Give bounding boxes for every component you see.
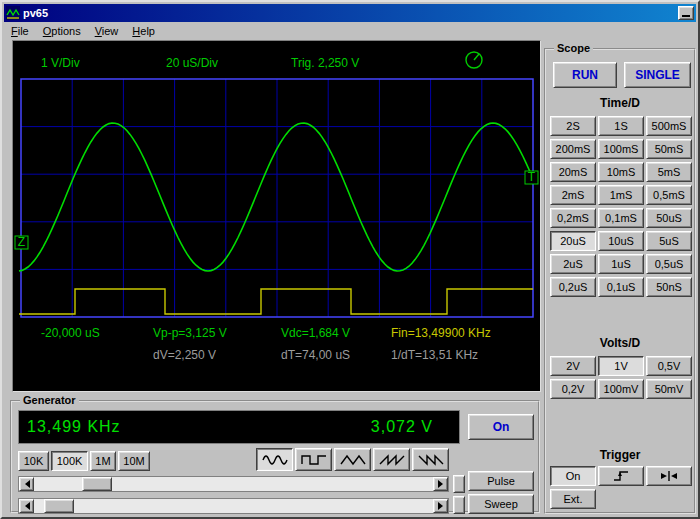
menu-options[interactable]: Options: [36, 23, 88, 39]
time-per-div-grid: 2S 1S 500mS 200mS 100mS 50mS 20mS 10mS 5…: [550, 116, 692, 297]
generator-group: Generator 13,499 KHz 3,072 V On 10K 100K…: [10, 400, 540, 513]
dt-readout: dT=74,00 uS: [281, 348, 350, 362]
sine-wave-trace: [19, 123, 532, 271]
volts-button-0-2v[interactable]: 0,2V: [550, 379, 596, 399]
time-per-div-section-label: Time/D: [546, 96, 694, 110]
svg-text:Z: Z: [18, 235, 25, 249]
waveform-sawtooth-down-button[interactable]: [412, 448, 449, 471]
range-button-1m[interactable]: 1M: [90, 451, 116, 471]
time-button-1ms[interactable]: 1mS: [598, 185, 644, 205]
run-button[interactable]: RUN: [553, 62, 617, 88]
time-button-0-5ms[interactable]: 0,5mS: [646, 185, 692, 205]
dv-readout: dV=2,250 V: [153, 348, 216, 362]
trigger-position-icon: [659, 469, 679, 483]
range-button-10m[interactable]: 10M: [118, 451, 150, 471]
menu-bar: File Options View Help: [4, 22, 696, 39]
pulse-button[interactable]: Pulse: [468, 471, 534, 491]
app-window: pv65 File Options View Help 1 V/Div 20 u…: [0, 0, 700, 519]
generator-display: 13,499 KHz 3,072 V: [18, 410, 460, 444]
time-per-div-label: 20 uS/Div: [166, 56, 218, 70]
frequency-fine-adjust-button[interactable]: [453, 475, 465, 493]
volts-button-100mv[interactable]: 100mV: [598, 379, 644, 399]
range-button-row: 10K 100K 1M 10M: [18, 451, 150, 471]
frequency-slider-left-arrow[interactable]: [19, 477, 34, 491]
waveform-sawtooth-up-button[interactable]: [373, 448, 410, 471]
generator-on-button[interactable]: On: [468, 414, 534, 440]
trigger-slope-button[interactable]: [598, 466, 644, 486]
menu-view[interactable]: View: [88, 23, 126, 39]
sweep-button[interactable]: Sweep: [468, 494, 534, 514]
menu-file[interactable]: File: [4, 23, 36, 39]
trigger-position-button[interactable]: [646, 466, 692, 486]
volts-button-0-5v[interactable]: 0,5V: [646, 356, 692, 376]
time-button-20ms[interactable]: 20mS: [550, 162, 596, 182]
waveform-sine-button[interactable]: [256, 448, 293, 471]
scope-group-label: Scope: [554, 42, 593, 54]
vpp-readout: Vp-p=3,125 V: [153, 326, 227, 340]
minimize-button[interactable]: [678, 6, 694, 20]
amplitude-fine-adjust-button[interactable]: [453, 496, 465, 514]
time-button-0-1ms[interactable]: 0,1mS: [598, 208, 644, 228]
time-button-0-1us[interactable]: 0,1uS: [598, 277, 644, 297]
time-button-10ms[interactable]: 10mS: [598, 162, 644, 182]
time-button-2us[interactable]: 2uS: [550, 254, 596, 274]
amplitude-slider-thumb[interactable]: [44, 499, 74, 513]
app-icon: [6, 6, 20, 20]
volts-button-1v[interactable]: 1V: [598, 356, 644, 376]
sawtooth-up-icon: [379, 454, 405, 466]
fin-readout: Fin=13,49900 KHz: [391, 326, 491, 340]
time-button-50ms[interactable]: 50mS: [646, 139, 692, 159]
time-button-1s[interactable]: 1S: [598, 116, 644, 136]
sine-icon: [262, 454, 288, 466]
graticule: [21, 79, 533, 317]
left-arrow-icon: [21, 480, 30, 488]
trigger-marker[interactable]: T: [525, 170, 538, 184]
trigger-ext-button[interactable]: Ext.: [550, 489, 596, 509]
right-arrow-icon: [438, 502, 447, 510]
zero-marker[interactable]: Z: [15, 235, 28, 249]
waveform-triangle-button[interactable]: [334, 448, 371, 471]
time-button-0-5us[interactable]: 0,5uS: [646, 254, 692, 274]
triangle-icon: [340, 454, 366, 466]
amplitude-slider[interactable]: [18, 498, 449, 514]
waveform-square-button[interactable]: [295, 448, 332, 471]
trigger-section-label: Trigger: [546, 448, 694, 462]
time-button-200ms[interactable]: 200mS: [550, 139, 596, 159]
time-button-50us[interactable]: 50uS: [646, 208, 692, 228]
svg-text:T: T: [528, 170, 536, 184]
amplitude-slider-right-arrow[interactable]: [433, 499, 448, 513]
time-button-0-2us[interactable]: 0,2uS: [550, 277, 596, 297]
volts-per-div-grid: 2V 1V 0,5V 0,2V 100mV 50mV: [550, 356, 692, 399]
range-button-100k[interactable]: 100K: [51, 451, 88, 471]
time-button-2s[interactable]: 2S: [550, 116, 596, 136]
time-button-500ms[interactable]: 500mS: [646, 116, 692, 136]
time-button-2ms[interactable]: 2mS: [550, 185, 596, 205]
time-button-10us[interactable]: 10uS: [598, 231, 644, 251]
amplitude-slider-left-arrow[interactable]: [19, 499, 34, 513]
time-button-5us[interactable]: 5uS: [646, 231, 692, 251]
window-title: pv65: [23, 7, 678, 19]
time-button-50ns[interactable]: 50nS: [646, 277, 692, 297]
frequency-slider[interactable]: [18, 476, 449, 492]
frequency-slider-thumb[interactable]: [82, 477, 112, 491]
time-button-0-2ms[interactable]: 0,2mS: [550, 208, 596, 228]
volts-button-2v[interactable]: 2V: [550, 356, 596, 376]
clock-icon: [466, 52, 482, 68]
waveform-button-row: [256, 448, 449, 471]
scope-control-group: Scope RUN SINGLE Time/D 2S 1S 500mS 200m…: [544, 48, 696, 514]
time-button-5ms[interactable]: 5mS: [646, 162, 692, 182]
square-wave-trace: [19, 289, 533, 314]
title-bar: pv65: [4, 4, 696, 22]
volts-per-div-label: 1 V/Div: [41, 56, 80, 70]
generator-amplitude-readout: 3,072 V: [371, 418, 433, 436]
trigger-on-button[interactable]: On: [550, 466, 596, 486]
single-button[interactable]: SINGLE: [624, 62, 691, 88]
time-button-1us[interactable]: 1uS: [598, 254, 644, 274]
range-button-10k[interactable]: 10K: [18, 451, 49, 471]
time-button-20us[interactable]: 20uS: [550, 231, 596, 251]
time-button-100ms[interactable]: 100mS: [598, 139, 644, 159]
frequency-slider-right-arrow[interactable]: [433, 477, 448, 491]
volts-button-50mv[interactable]: 50mV: [646, 379, 692, 399]
menu-help[interactable]: Help: [125, 23, 162, 39]
cursor-time-readout: -20,000 uS: [41, 326, 100, 340]
